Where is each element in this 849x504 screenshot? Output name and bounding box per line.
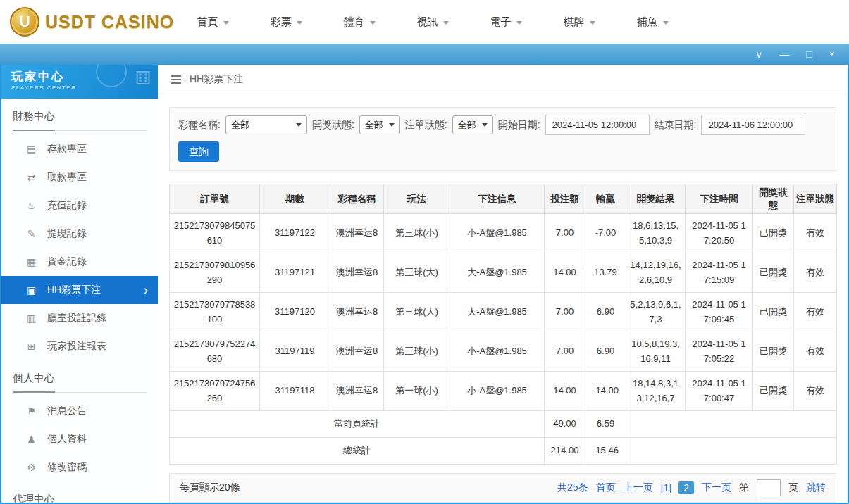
table-cell: 7.00 [545, 293, 585, 332]
table-cell: 已開獎 [753, 293, 794, 332]
sidebar-item-recharge-record[interactable]: ♨ 充值記錄 › [1, 191, 158, 220]
bets-table-wrap: 訂單號期數彩種名稱玩法下注信息投注額輸贏開獎結果下注時間開獎狀態注單狀態 215… [169, 184, 836, 465]
main-content: HH彩票下注 彩種名稱: 全部 開獎狀態: 全部 注單狀態: [158, 65, 848, 503]
order-status-select[interactable]: 全部 [452, 115, 493, 134]
sidebar-item-player-bet-report[interactable]: ⊞ 玩家投注報表 › [1, 332, 158, 360]
end-date-input[interactable] [701, 115, 805, 135]
per-page-text: 每頁顯示20條 [180, 481, 240, 494]
next-page-link[interactable]: 下一页 [702, 481, 731, 494]
table-cell: 第三球(大) [384, 253, 450, 293]
sidebar-item-label: 提現記錄 [47, 227, 87, 240]
summary-winloss-total: -15.46 [585, 438, 626, 465]
sidebar-item-label: 充值記錄 [47, 199, 87, 212]
column-header: 注單狀態 [794, 184, 837, 214]
summary-bet-total: 214.00 [545, 438, 585, 465]
nav-item[interactable]: 彩票 [249, 15, 323, 29]
table-cell: 澳洲幸运8 [330, 253, 384, 293]
draw-status-select[interactable]: 全部 [359, 115, 400, 134]
table-cell: 31197118 [260, 372, 330, 411]
table-cell: 小-A盤@1.985 [450, 372, 545, 411]
nav-item[interactable]: 首頁 [176, 15, 249, 29]
table-cell: 第三球(大) [384, 293, 450, 332]
funds-record-icon: ▦ [25, 256, 37, 267]
sidebar-item-announcements[interactable]: ⚑ 消息公告 › [1, 397, 158, 425]
column-header: 輸贏 [585, 184, 626, 214]
page-jump-input[interactable] [757, 479, 781, 496]
sidebar-section: 個人中心 ⚑ 消息公告 › ♟ 個人資料 › ⚙ 修改密碼 › [1, 372, 158, 481]
chevron-down-icon [663, 21, 669, 25]
cashout-record-icon: ✎ [25, 228, 37, 239]
table-cell: 14.00 [545, 253, 585, 293]
column-header: 投注額 [545, 184, 585, 214]
search-button[interactable]: 查詢 [178, 141, 219, 162]
nav-item[interactable]: 體育 [323, 15, 396, 29]
page-link[interactable]: [1] [661, 482, 672, 493]
table-cell: 31197121 [260, 253, 330, 293]
gear-icon: ⚙ [25, 462, 37, 473]
pagination-bar: 每頁顯示20條 共25条 首页 上一页 [1]2 下一页 第 页 跳转 [169, 473, 836, 503]
sidebar-section: 財務中心 ▤ 存款專區 › ⇄ 取款專區 › ♨ 充值記錄 › ✎ 提現記錄 ›… [1, 110, 158, 360]
sidebar-item-profile[interactable]: ♟ 個人資料 › [1, 425, 158, 453]
nav-item[interactable]: 捕魚 [616, 15, 689, 29]
sidebar-item-change-password[interactable]: ⚙ 修改密碼 › [1, 453, 158, 481]
window-maximize-icon[interactable]: □ [806, 49, 812, 59]
start-date-input[interactable] [545, 115, 650, 135]
sidebar-item-label: HH彩票下注 [47, 284, 101, 296]
top-navbar: U USDT CASINO 首頁 彩票 體育 視訊 電子 棋牌 捕魚 [0, 0, 849, 44]
window-close-icon[interactable]: × [829, 49, 835, 59]
table-cell: 2024-11-05 17:20:50 [686, 214, 753, 253]
sidebar-item-funds-record[interactable]: ▦ 資金記錄 › [1, 248, 158, 276]
sidebar-item-label: 修改密碼 [47, 461, 87, 474]
table-cell: 7.00 [545, 332, 585, 372]
table-cell: 5,2,13,9,6,1,7,3 [626, 293, 686, 332]
nav-item[interactable]: 棋牌 [543, 15, 616, 29]
window-chevron-down-icon[interactable]: ∨ [755, 49, 762, 59]
app-shell: 玩家中心 PLAYERS CENTER ⚅ 財務中心 ▤ 存款專區 › ⇄ 取款… [0, 65, 849, 504]
table-cell: 2152173079810956290 [170, 253, 260, 293]
table-body: 215217307984507561031197122澳洲幸运8第三球(小)小-… [170, 214, 837, 465]
sidebar-item-cashout-record[interactable]: ✎ 提現記錄 › [1, 220, 158, 248]
first-page-link[interactable]: 首页 [596, 481, 616, 494]
prev-page-link[interactable]: 上一页 [624, 481, 653, 494]
sidebar-item-hh-lottery-bets[interactable]: ▣ HH彩票下注 › [1, 276, 158, 304]
summary-label: 當前頁統計 [170, 411, 545, 438]
sidebar-item-withdraw[interactable]: ⇄ 取款專區 › [1, 163, 158, 191]
table-cell: 有效 [794, 332, 837, 372]
table-cell: 2024-11-05 17:05:22 [686, 332, 753, 372]
table-cell: 31197119 [260, 332, 330, 372]
table-cell: 大-A盤@1.985 [450, 293, 545, 332]
chevron-down-icon [482, 123, 488, 127]
summary-label: 總統計 [170, 438, 545, 465]
order-status-label: 注單狀態: [405, 119, 447, 132]
hamburger-menu-icon[interactable] [171, 73, 181, 86]
table-cell: 澳洲幸运8 [330, 214, 384, 253]
lottery-name-select[interactable]: 全部 [225, 115, 307, 134]
table-cell: 13.79 [585, 253, 626, 293]
jump-suffix-label: 页 [788, 481, 798, 494]
dice-icon: ⚅ [135, 68, 151, 89]
user-icon: ♟ [25, 434, 37, 445]
table-cell: 18,14,8,3,13,12,16,7 [626, 372, 686, 411]
nav-item-label: 棋牌 [564, 15, 585, 29]
nav-item-label: 視訊 [417, 15, 438, 29]
nav-item-label: 彩票 [271, 15, 292, 29]
jump-button[interactable]: 跳转 [806, 481, 826, 494]
pager: 共25条 首页 上一页 [1]2 下一页 第 页 跳转 [557, 479, 826, 496]
filter-panel: 彩種名稱: 全部 開獎狀態: 全部 注單狀態: 全部 開始 [169, 107, 836, 171]
nav-item[interactable]: 電子 [469, 15, 543, 29]
nav-item[interactable]: 視訊 [396, 15, 469, 29]
table-cell: 第三球(小) [384, 332, 450, 372]
window-minimize-icon[interactable]: — [779, 49, 789, 59]
sidebar-item-deposit[interactable]: ▤ 存款專區 › [1, 135, 158, 163]
content-area: 彩種名稱: 全部 開獎狀態: 全部 注單狀態: 全部 開始 [158, 94, 848, 503]
table-cell: 第三球(小) [384, 214, 450, 253]
column-header: 下注時間 [686, 184, 753, 214]
sidebar-item-hall-bet-record[interactable]: ▥ 廳室投註記錄 › [1, 304, 158, 332]
table-cell: 31197122 [260, 214, 330, 253]
logo[interactable]: U USDT CASINO [10, 7, 176, 37]
summary-empty [626, 411, 837, 438]
table-cell: 第一球(小) [384, 372, 450, 411]
column-header: 開獎狀態 [753, 184, 794, 214]
table-cell: 大-A盤@1.985 [450, 253, 545, 293]
table-cell: 已開獎 [753, 214, 794, 253]
